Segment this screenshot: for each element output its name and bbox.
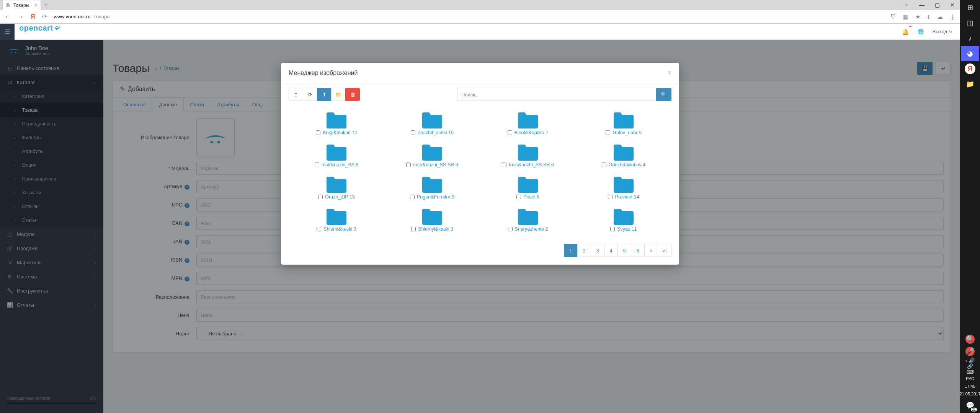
tray-expand-icon[interactable]: ‹ xyxy=(965,358,967,363)
tray-time[interactable]: 17:45 xyxy=(965,382,975,390)
maximize-icon[interactable]: ▢ xyxy=(929,2,945,8)
addr-right-icons: ⛉ ▦ ★ ⫰ ☁ ⭳ xyxy=(890,13,956,20)
delete-button[interactable]: 🗑 xyxy=(345,88,360,101)
folder-item[interactable]: Instr&nozhi_SS SR 6 xyxy=(480,140,576,170)
search-input[interactable] xyxy=(457,88,656,101)
sidebar-toggle[interactable]: ☰ xyxy=(0,24,15,40)
folder-icon xyxy=(516,142,539,161)
folder-item[interactable]: Shlemi&kaski 3 xyxy=(289,204,384,234)
new-folder-button[interactable]: 📁 xyxy=(331,88,346,101)
refresh-button[interactable]: ⟳ xyxy=(303,88,317,101)
folder-checkbox[interactable] xyxy=(318,195,323,199)
folder-checkbox[interactable] xyxy=(317,227,321,231)
folder-label: Oruzh_ZIP 13 xyxy=(325,194,355,200)
page-link[interactable]: >| xyxy=(658,244,671,257)
minimize-icon[interactable]: — xyxy=(914,2,929,8)
folder-item[interactable]: Knigi&plakati 12 xyxy=(289,108,384,138)
folder-label: Odezhda&obuv 4 xyxy=(609,162,646,167)
address-bar: ← → Я ⟳ www.voen-mir.ru Товары ⛉ ▦ ★ ⫰ ☁… xyxy=(0,10,960,24)
folder-item[interactable]: Instr&nozhi_SS 6 xyxy=(289,140,384,170)
back-button[interactable]: ← xyxy=(5,13,11,20)
keyboard-tray-icon[interactable]: ⌨ xyxy=(967,369,974,375)
folder-item[interactable]: Pricel 8 xyxy=(480,172,576,202)
browser-tab[interactable]: 🗎 Товары × xyxy=(2,0,41,10)
folder-item[interactable]: Shlemyi&kaski 3 xyxy=(384,204,480,234)
start-button[interactable]: ⊞ xyxy=(961,0,979,15)
close-window-icon[interactable]: ✕ xyxy=(945,2,960,8)
upload-button[interactable]: ⬆ xyxy=(317,88,332,101)
folder-item[interactable]: Snaryazhenie 2 xyxy=(480,204,576,234)
folder-checkbox[interactable] xyxy=(602,163,606,167)
music-app-icon[interactable]: ♪ xyxy=(961,31,979,46)
folder-item[interactable]: Instr&nozhi_SS SR 6 xyxy=(384,140,480,170)
tray-icons: ‹🔊 xyxy=(965,358,975,363)
folder-checkbox[interactable] xyxy=(502,163,506,167)
folder-checkbox[interactable] xyxy=(508,130,512,135)
search-tray-icon[interactable]: 🔍 xyxy=(965,335,975,344)
folder-checkbox[interactable] xyxy=(315,163,319,167)
page-link[interactable]: 5 xyxy=(617,244,631,257)
discord-icon[interactable]: ◕ xyxy=(961,46,979,61)
url-field[interactable]: www.voen-mir.ru Товары xyxy=(54,14,884,20)
folder-checkbox[interactable] xyxy=(508,227,513,231)
new-tab-button[interactable]: + xyxy=(41,1,51,9)
folder-icon xyxy=(516,206,539,226)
action-center-icon[interactable]: 💬21 xyxy=(961,398,979,413)
folder-checkbox[interactable] xyxy=(406,163,411,167)
yandex-icon[interactable]: Я xyxy=(31,13,35,20)
parent-folder-button[interactable]: ↥ xyxy=(289,88,303,101)
taskview-icon[interactable]: ◫ xyxy=(961,15,979,31)
folder-item[interactable]: Zaschit_ochki 10 xyxy=(384,108,480,138)
folder-item[interactable]: Proviant 14 xyxy=(576,172,671,202)
search-button[interactable]: 🔍 xyxy=(656,88,671,101)
yandex-browser-icon[interactable]: Я xyxy=(965,63,975,74)
folder-item[interactable]: Odezhda&obuv 4 xyxy=(576,140,671,170)
folder-item[interactable]: Pogon&Furnitur 9 xyxy=(384,172,480,202)
page-link[interactable]: 1 xyxy=(564,244,578,257)
folder-item[interactable]: Binokli&optika 7 xyxy=(480,108,576,138)
folder-label: Pricel 8 xyxy=(523,194,539,200)
folder-item[interactable]: Oruzh_ZIP 13 xyxy=(289,172,384,202)
image-manager-modal: Менеджер изображений × ↥ ⟳ ⬆ 📁 🗑 🔍 Knigi… xyxy=(281,63,679,265)
tray-date[interactable]: 21.05.2017 xyxy=(959,390,980,398)
menu-icon[interactable]: ≡ xyxy=(899,2,914,8)
folder-checkbox[interactable] xyxy=(411,130,415,135)
mic-tray-icon[interactable]: 🎤 xyxy=(965,347,975,356)
volume-icon[interactable]: 🔊 xyxy=(969,358,975,363)
close-tab-icon[interactable]: × xyxy=(34,2,38,8)
folder-item[interactable]: Svyaz 11 xyxy=(576,204,671,234)
shield-icon[interactable]: ⛉ xyxy=(890,13,896,20)
folder-checkbox[interactable] xyxy=(316,130,320,135)
folder-icon xyxy=(325,206,348,226)
page-link[interactable]: > xyxy=(644,244,658,257)
page-link[interactable]: 6 xyxy=(631,244,645,257)
folder-icon xyxy=(421,142,444,161)
folder-item[interactable]: Golov_ubor 5 xyxy=(576,108,671,138)
tray-lang[interactable]: РУС xyxy=(966,375,974,382)
folder-checkbox[interactable] xyxy=(610,227,615,231)
folder-icon xyxy=(325,110,348,129)
page-link[interactable]: 4 xyxy=(604,244,618,257)
folder-checkbox[interactable] xyxy=(411,227,416,231)
cloud-icon[interactable]: ☁ xyxy=(937,13,943,20)
reload-button[interactable]: ⟳ xyxy=(42,13,47,20)
sync-icon[interactable]: ⫰ xyxy=(927,13,930,20)
store-front-icon[interactable]: 🌐 xyxy=(918,29,924,34)
folder-checkbox[interactable] xyxy=(410,195,415,199)
page-link[interactable]: 3 xyxy=(591,244,604,257)
page-link[interactable]: 2 xyxy=(577,244,591,257)
link-tray-icon[interactable]: 🔗 xyxy=(967,363,973,369)
bookmark-star-icon[interactable]: ★ xyxy=(915,13,920,20)
extension-icon[interactable]: ▦ xyxy=(903,13,908,20)
folder-checkbox[interactable] xyxy=(608,195,612,199)
explorer-icon[interactable]: 📁 xyxy=(961,76,979,92)
forward-button[interactable]: → xyxy=(18,13,24,20)
logout-link[interactable]: Выход ⎋ xyxy=(932,29,952,34)
folder-checkbox[interactable] xyxy=(516,195,521,199)
folder-label: Golov_ubor 5 xyxy=(612,130,641,135)
folder-checkbox[interactable] xyxy=(606,130,610,135)
modal-close-icon[interactable]: × xyxy=(667,69,671,77)
folder-label: Snaryazhenie 2 xyxy=(515,226,548,232)
download-icon[interactable]: ⭳ xyxy=(950,13,956,20)
notifications-bell[interactable]: 🔔 xyxy=(902,28,909,35)
